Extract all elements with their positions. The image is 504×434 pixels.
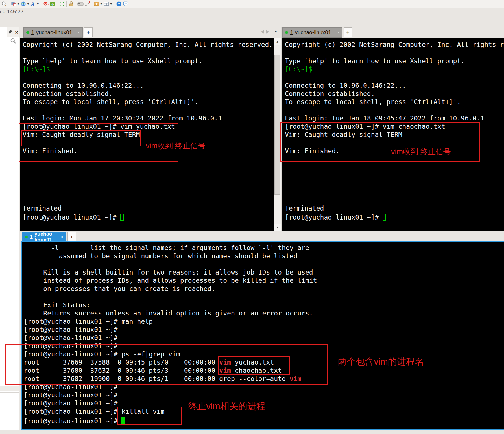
terminal-line: [root@yuchao-linux01 ~]# vim chaochao.tx… bbox=[285, 122, 504, 131]
terminal-line bbox=[23, 196, 274, 204]
help-icon[interactable]: ? bbox=[115, 1, 122, 7]
search-icon[interactable] bbox=[1, 1, 8, 7]
tab-session-bottom-active[interactable]: 1 yuchao-linux01 × bbox=[22, 232, 66, 242]
dropdown-caret-icon[interactable]: ▼ bbox=[110, 3, 112, 5]
terminal-line bbox=[24, 260, 504, 268]
terminal-line: Vim: Caught deadly signal TERM bbox=[23, 131, 274, 139]
terminal-top-left[interactable]: Copyright (c) 2002 NetSarang Computer, I… bbox=[20, 38, 274, 231]
terminal-line: [root@yuchao-linux01 ~]# killall vim bbox=[24, 407, 504, 416]
terminal-line: Terminated bbox=[23, 204, 274, 212]
terminal-line: [root@yuchao-linux01 ~]# bbox=[24, 399, 504, 407]
xshell-window: { "toolbar": { "caret": "▼", "icons": ["… bbox=[0, 0, 504, 434]
layout-split-icon[interactable] bbox=[10, 1, 17, 7]
toolbar-separator bbox=[9, 1, 9, 7]
dropdown-caret-icon[interactable]: ▼ bbox=[17, 3, 19, 5]
terminal-line: To escape to local shell, press 'Ctrl+Al… bbox=[23, 98, 274, 106]
tab-close-icon[interactable]: × bbox=[56, 235, 63, 239]
terminal-line bbox=[23, 188, 274, 196]
tab-scroll-right-icon[interactable]: ▶ bbox=[266, 29, 270, 34]
tabbar-top-right: 1 yuchao-linux01 × + bbox=[282, 27, 504, 38]
expand-arrows-icon[interactable] bbox=[58, 1, 65, 7]
address-fragment: 6.0.146:22 bbox=[0, 8, 23, 15]
globe-icon[interactable] bbox=[20, 1, 27, 7]
terminal-line: root 37680 37632 0 09:46 pts/3 00:00:00 … bbox=[24, 367, 504, 375]
terminal-line: Exit Status: bbox=[24, 301, 504, 309]
terminal-line: [root@yuchao-linux01 ~]# vim yuchao.txt bbox=[23, 122, 274, 131]
snail-icon[interactable] bbox=[42, 1, 49, 7]
terminal-line bbox=[23, 139, 274, 147]
toolbar-separator bbox=[41, 1, 41, 7]
terminal-line: [root@yuchao-linux01 ~]# bbox=[24, 383, 504, 391]
terminal-top-right[interactable]: Copyright (c) 2002 NetSarang Computer, I… bbox=[282, 38, 504, 231]
terminal-line: [root@yuchao-linux01 ~]# bbox=[24, 416, 504, 424]
terminal-line bbox=[23, 155, 274, 163]
terminal-line: -l list the signal names; if arguments f… bbox=[24, 244, 504, 252]
new-session-icon[interactable] bbox=[93, 1, 100, 7]
terminal-line: Vim: Finished. bbox=[23, 147, 274, 155]
chat-bubble-icon[interactable] bbox=[122, 1, 129, 7]
scroll-down-icon[interactable]: ▼ bbox=[274, 224, 281, 231]
scrollbar-thumb[interactable] bbox=[274, 55, 280, 195]
dropdown-caret-icon[interactable]: ▼ bbox=[100, 3, 102, 5]
terminal-line: root 37682 19900 0 09:46 pts/1 00:00:00 … bbox=[24, 375, 504, 383]
terminal-line: Connecting to 10.96.0.146:22... bbox=[285, 82, 504, 90]
terminal-bottom[interactable]: -l list the signal names; if arguments f… bbox=[21, 241, 504, 430]
tab-menu-icon[interactable]: ▼ bbox=[274, 30, 277, 33]
terminal-line: Connecting to 10.96.0.146:22... bbox=[23, 82, 274, 90]
terminal-line: [root@yuchao-linux01 ~]# bbox=[24, 391, 504, 399]
tab-scroll-controls: ◀ ▶ ▼ bbox=[261, 29, 277, 34]
terminal-line: To escape to local shell, press 'Ctrl+Al… bbox=[285, 98, 504, 106]
toolbar-separator bbox=[76, 1, 76, 7]
terminal-line: [root@yuchao-linux01 ~]# man help bbox=[24, 317, 504, 326]
terminal-line bbox=[23, 49, 274, 57]
terminal-line: Vim: Caught deadly signal TERM bbox=[285, 131, 504, 139]
keyboard-icon[interactable] bbox=[77, 1, 84, 7]
terminal-line: Connection established. bbox=[285, 90, 504, 98]
svg-text:φ: φ bbox=[51, 2, 54, 6]
svg-text:?: ? bbox=[118, 2, 120, 6]
terminal-cursor bbox=[121, 417, 125, 425]
tab-scroll-left-icon[interactable]: ◀ bbox=[261, 29, 264, 34]
scrollbar-top-left[interactable]: ▲ ▼ bbox=[274, 38, 281, 231]
scroll-up-icon[interactable]: ▲ bbox=[274, 38, 281, 45]
svg-text:A: A bbox=[31, 1, 34, 7]
terminal-line bbox=[285, 106, 504, 114]
terminal-line: Type `help' to learn how to use Xshell p… bbox=[23, 57, 274, 65]
tab-close-icon[interactable]: × bbox=[73, 30, 80, 35]
session-connected-dot bbox=[26, 31, 29, 34]
dock-search-icon[interactable] bbox=[10, 38, 16, 45]
terminal-line bbox=[285, 49, 504, 57]
terminal-line: on processes that you can create is reac… bbox=[24, 285, 504, 293]
terminal-line bbox=[23, 172, 274, 180]
terminal-line: [root@yuchao-linux01 ~]# bbox=[285, 212, 504, 221]
terminal-line: Terminated bbox=[285, 204, 504, 212]
terminal-line: Connection established. bbox=[23, 90, 274, 98]
close-icon[interactable]: ✕ bbox=[15, 30, 18, 34]
pin-icon[interactable] bbox=[8, 30, 12, 35]
terminal-line: Last login: Mon Jan 17 20:30:24 2022 fro… bbox=[23, 114, 274, 122]
dropdown-caret-icon[interactable]: ▼ bbox=[37, 3, 39, 5]
terminal-line bbox=[285, 172, 504, 180]
window-layout-icon[interactable] bbox=[103, 1, 110, 7]
dock-panel-header: ✕ bbox=[7, 27, 19, 37]
dock-divider bbox=[0, 392, 19, 393]
new-tab-button[interactable]: + bbox=[84, 27, 93, 37]
pen-icon[interactable] bbox=[84, 1, 91, 7]
tabbar-top-left: 1 yuchao-linux01 × + ◀ ▶ ▼ bbox=[20, 27, 281, 38]
terminal-line bbox=[285, 163, 504, 172]
dropdown-caret-icon[interactable]: ▼ bbox=[27, 3, 29, 5]
tab-session-top-right[interactable]: 1 yuchao-linux01 × bbox=[282, 27, 342, 38]
tab-session-top-left[interactable]: 1 yuchao-linux01 × bbox=[23, 27, 83, 38]
tab-label: yuchao-linux01 bbox=[36, 29, 72, 36]
terminal-line: [C:\~]$ bbox=[285, 65, 504, 73]
new-tab-button[interactable]: + bbox=[344, 27, 352, 37]
lock-icon[interactable] bbox=[68, 1, 75, 7]
terminal-line: [root@yuchao-linux01 ~]# bbox=[24, 342, 504, 350]
terminal-line: [root@yuchao-linux01 ~]# ps -ef|grep vim bbox=[24, 350, 504, 358]
phi-badge-icon[interactable]: φ bbox=[49, 1, 56, 7]
font-icon[interactable]: A bbox=[30, 1, 37, 7]
new-tab-button[interactable]: + bbox=[67, 232, 76, 242]
tab-close-icon[interactable]: × bbox=[333, 30, 340, 35]
dock-divider bbox=[0, 374, 19, 374]
toolbar-separator bbox=[92, 1, 92, 7]
